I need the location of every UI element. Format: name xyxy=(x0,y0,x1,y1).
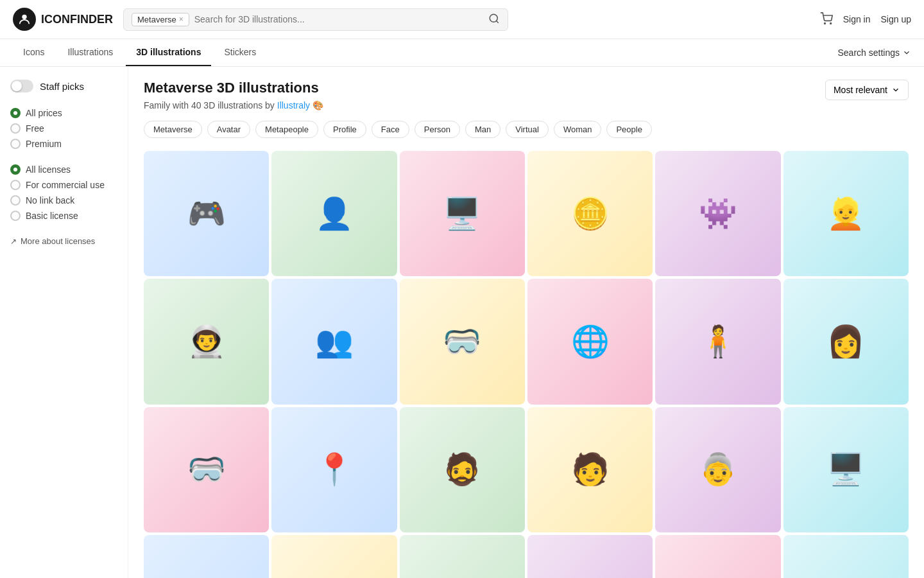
tab-illustrations[interactable]: Illustrations xyxy=(57,39,123,66)
grid-item[interactable]: 🥽 xyxy=(527,535,653,578)
license-no-link-back-radio xyxy=(10,195,21,206)
grid-item[interactable]: 🖥️ xyxy=(783,407,909,532)
grid-item[interactable]: 🌐 xyxy=(527,279,653,404)
license-basic-label: Basic license xyxy=(26,211,78,221)
illustration-thumbnail: 👤 xyxy=(315,198,354,229)
illustration-thumbnail: 👥 xyxy=(315,326,354,357)
tag-item[interactable]: Metaverse xyxy=(144,121,202,138)
price-radio-group: All prices Free Premium xyxy=(10,108,117,149)
grid-item[interactable]: 👩 xyxy=(783,279,909,404)
grid-item[interactable]: 🥽 xyxy=(783,535,909,578)
nav-tabs: Icons Illustrations 3D illustrations Sti… xyxy=(0,39,924,67)
svg-point-4 xyxy=(830,22,832,24)
grid-item[interactable]: 🎮 xyxy=(144,151,269,276)
search-button[interactable] xyxy=(488,13,500,26)
tag-item[interactable]: People xyxy=(606,121,651,138)
grid-item[interactable]: 🧑 xyxy=(527,407,653,532)
tag-item[interactable]: Woman xyxy=(554,121,602,138)
tab-3d-illustrations[interactable]: 3D illustrations xyxy=(126,39,211,66)
search-settings-button[interactable]: Search settings xyxy=(838,40,912,66)
tag-item[interactable]: Face xyxy=(372,121,409,138)
license-basic[interactable]: Basic license xyxy=(10,211,117,221)
grid-item[interactable]: 📍 xyxy=(271,407,397,532)
license-commercial-radio xyxy=(10,180,21,190)
tag-item[interactable]: Person xyxy=(415,121,460,138)
license-no-link-back[interactable]: No link back xyxy=(10,195,117,206)
staff-picks-switch[interactable] xyxy=(10,80,33,92)
sign-up-link[interactable]: Sign up xyxy=(881,14,911,24)
page-title: Metaverse 3D illustrations xyxy=(144,80,323,96)
search-input[interactable] xyxy=(194,14,483,24)
illustration-thumbnail: 👩 xyxy=(826,326,865,357)
illustration-thumbnail: 🖥️ xyxy=(443,198,481,229)
more-about-licenses-text: More about licenses xyxy=(21,236,95,246)
search-tag-text: Metaverse xyxy=(137,15,176,24)
cart-icon[interactable] xyxy=(820,12,833,27)
header: ICONFINDER Metaverse × Sign in Sign up xyxy=(0,0,924,39)
grid-item[interactable]: 👱 xyxy=(783,151,909,276)
grid-item[interactable]: 🧔 xyxy=(400,535,525,578)
logo[interactable]: ICONFINDER xyxy=(13,8,113,31)
svg-point-3 xyxy=(824,22,825,24)
grid-item[interactable]: 👵 xyxy=(655,407,780,532)
grid-item[interactable]: 🥽 xyxy=(144,407,269,532)
sign-in-link[interactable]: Sign in xyxy=(843,14,871,24)
grid-item[interactable]: 🧔 xyxy=(400,407,525,532)
grid-item[interactable]: 🤠 xyxy=(271,535,397,578)
more-about-licenses-link[interactable]: ↗ More about licenses xyxy=(10,236,117,246)
license-commercial-label: For commercial use xyxy=(26,180,105,190)
grid-item[interactable]: 🧍 xyxy=(655,279,780,404)
tag-item[interactable]: Man xyxy=(465,121,501,138)
price-free-label: Free xyxy=(26,123,44,134)
staff-picks-toggle[interactable]: Staff picks xyxy=(10,80,117,92)
license-basic-radio xyxy=(10,211,21,221)
illustration-thumbnail: 🧔 xyxy=(443,454,481,485)
logo-icon xyxy=(13,8,36,31)
illustration-thumbnail: 👵 xyxy=(699,454,737,485)
grid-item[interactable]: 👦 xyxy=(144,535,269,578)
tab-icons[interactable]: Icons xyxy=(13,39,55,66)
illustration-thumbnail: 🌐 xyxy=(571,326,610,357)
author-link[interactable]: Illustraly 🎨 xyxy=(277,100,323,110)
grid-item[interactable]: 🪙 xyxy=(527,151,653,276)
price-all[interactable]: All prices xyxy=(10,108,117,118)
grid-item[interactable]: 👥 xyxy=(271,279,397,404)
toggle-knob xyxy=(12,81,22,91)
tags-bar: MetaverseAvatarMetapeopleProfileFacePers… xyxy=(144,121,909,138)
sort-dropdown[interactable]: Most relevant xyxy=(825,80,909,100)
grid-item[interactable]: 👨‍🚀 xyxy=(144,279,269,404)
tag-item[interactable]: Avatar xyxy=(207,121,250,138)
header-right: Sign in Sign up xyxy=(820,12,911,27)
external-link-icon: ↗ xyxy=(10,237,17,246)
search-settings-label: Search settings xyxy=(838,48,900,58)
tag-item[interactable]: Virtual xyxy=(506,121,549,138)
price-premium[interactable]: Premium xyxy=(10,139,117,149)
search-tag[interactable]: Metaverse × xyxy=(132,13,189,26)
grid-item[interactable]: 🥽 xyxy=(400,279,525,404)
grid-item[interactable]: 👾 xyxy=(655,151,780,276)
price-premium-label: Premium xyxy=(26,139,62,149)
content-title-block: Metaverse 3D illustrations Family with 4… xyxy=(144,80,323,110)
grid-item[interactable]: 👩 xyxy=(655,535,780,578)
price-all-radio xyxy=(10,108,21,118)
license-commercial[interactable]: For commercial use xyxy=(10,180,117,190)
license-all-label: All licenses xyxy=(26,164,71,175)
price-free[interactable]: Free xyxy=(10,123,117,134)
grid-item[interactable]: 👤 xyxy=(271,151,397,276)
grid-item[interactable]: 🖥️ xyxy=(400,151,525,276)
logo-text: ICONFINDER xyxy=(41,13,113,26)
license-all-radio xyxy=(10,164,21,175)
subtitle-prefix: Family with 40 3D illustrations by xyxy=(144,100,277,110)
search-tag-close[interactable]: × xyxy=(179,15,184,24)
tag-item[interactable]: Profile xyxy=(323,121,366,138)
license-no-link-back-label: No link back xyxy=(26,195,74,206)
illustration-thumbnail: 🥽 xyxy=(187,454,226,485)
tab-stickers[interactable]: Stickers xyxy=(214,39,266,66)
illustration-thumbnail: 🧑 xyxy=(571,454,610,485)
illustrations-grid: 🎮👤🖥️🪙👾👱👨‍🚀👥🥽🌐🧍👩🥽📍🧔🧑👵🖥️👦🤠🧔🥽👩🥽 xyxy=(144,151,909,578)
staff-picks-label: Staff picks xyxy=(40,81,84,92)
illustration-thumbnail: 🖥️ xyxy=(826,454,865,485)
license-all[interactable]: All licenses xyxy=(10,164,117,175)
sidebar: Staff picks All prices Free Premium xyxy=(0,67,128,578)
tag-item[interactable]: Metapeople xyxy=(255,121,318,138)
